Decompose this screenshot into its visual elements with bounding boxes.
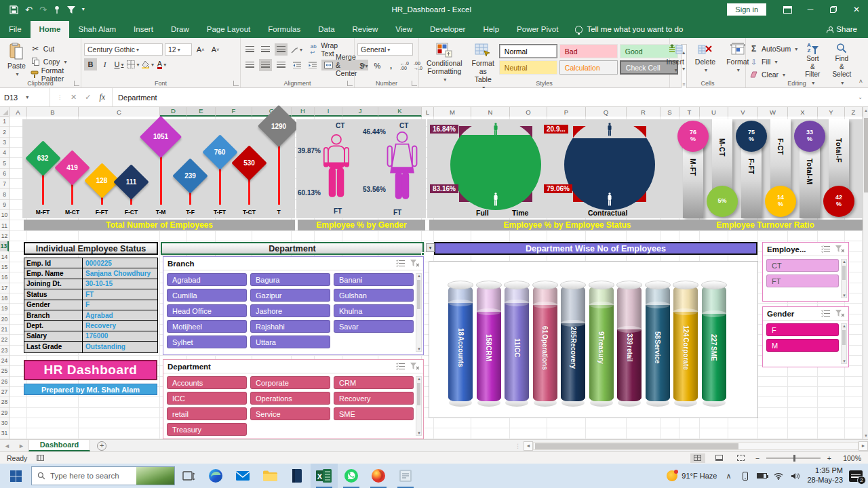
row-header-7[interactable]: 7 [0, 179, 9, 189]
slicer-item-head-office[interactable]: Head Office [167, 304, 247, 317]
taskbar-icon-whatsapp[interactable] [338, 464, 365, 488]
slicer-scrollbar[interactable]: ▲▼ [841, 323, 847, 364]
fill-handle[interactable] [421, 252, 425, 256]
name-box[interactable]: D13 [0, 88, 50, 106]
sign-in-button[interactable]: Sign in [727, 3, 766, 16]
scroll-up-icon[interactable]: ▲ [863, 108, 868, 113]
column-header-T[interactable]: T [679, 107, 700, 117]
slicer-scrollbar[interactable]: ▲▼ [841, 259, 847, 298]
decrease-font-icon[interactable]: A˅ [209, 43, 222, 56]
slicer-item-crm[interactable]: CRM [334, 376, 414, 389]
insert-cells-button[interactable]: Insert [662, 41, 689, 78]
taskbar-icon-explorer[interactable] [256, 464, 283, 488]
row-header-13[interactable]: 13 [0, 241, 9, 251]
insert-function-icon[interactable]: fx [99, 92, 105, 102]
column-header-P[interactable]: P [547, 107, 586, 117]
weather-widget[interactable]: 91°F Haze [667, 470, 717, 481]
row-header-9[interactable]: 9 [0, 200, 9, 210]
column-header-E[interactable]: E [187, 107, 216, 117]
column-header-D[interactable]: D [160, 107, 187, 117]
column-header-R[interactable]: R [627, 107, 660, 117]
align-top-icon[interactable] [243, 43, 256, 56]
fill-color-button[interactable] [141, 58, 154, 70]
clear-filter-icon[interactable] [410, 260, 419, 267]
slicer-item-agrabad[interactable]: Agrabad [167, 273, 247, 286]
font-color-button[interactable]: A [155, 58, 168, 70]
department-slicer[interactable]: DepartmentAccountsCorporateCRMICCOperati… [163, 359, 424, 439]
zoom-in-icon[interactable]: + [827, 454, 831, 462]
slicer-item-khulna[interactable]: Khulna [334, 304, 414, 317]
align-center-icon[interactable] [259, 59, 272, 71]
slicer-item-corporate[interactable]: Corporate [250, 376, 330, 389]
minimize-button[interactable]: ─ [799, 0, 822, 19]
clock-widget[interactable]: 1:35 PM28-May-23 [807, 466, 843, 485]
comma-style-icon[interactable]: , [384, 60, 397, 72]
slicer-item-retail[interactable]: retail [167, 407, 247, 420]
column-header-W[interactable]: W [758, 107, 788, 117]
row-header-12[interactable]: 12 [0, 231, 9, 241]
font-name-combo[interactable]: Century Gothic [84, 43, 163, 56]
taskbar-icon-notes[interactable] [392, 464, 419, 488]
filter-icon[interactable] [67, 6, 75, 14]
column-header-I[interactable]: I [315, 107, 342, 117]
scroll-left-icon[interactable]: ◄ [524, 441, 533, 451]
pin-icon[interactable] [54, 5, 60, 14]
taskbar-icon-taskview[interactable] [175, 464, 202, 488]
maximize-button[interactable] [822, 0, 845, 19]
tab-insert[interactable]: Insert [125, 21, 162, 38]
cell-style-neutral[interactable]: Neutral [499, 60, 557, 75]
autosum-button[interactable]: ΣAutoSum [749, 43, 797, 54]
slicer-item-ft[interactable]: FT [766, 274, 839, 287]
row-header-10[interactable]: 10 [0, 210, 9, 220]
copy-button[interactable]: Copy [31, 56, 78, 67]
customize-qat-icon[interactable]: ▾ [82, 7, 85, 12]
new-sheet-button[interactable]: + [97, 441, 106, 451]
status-chart[interactable]: 16.84% 83.16% Full Time 20.9... 79.06% C… [427, 119, 668, 218]
row-header-30[interactable]: 30 [0, 418, 9, 428]
clear-filter-icon[interactable] [835, 310, 844, 317]
taskbar-icon-firefox[interactable] [365, 464, 392, 488]
turnover-chart[interactable]: 76%M-FT5%M-CT75%F-FT14%F-CT33%Total-M42%… [668, 119, 863, 218]
page-layout-view-icon[interactable] [712, 453, 727, 463]
undo-icon[interactable]: ↶ [25, 5, 33, 14]
row-header-18[interactable]: 18 [0, 293, 9, 304]
gender-slicer[interactable]: GenderFM▲▼ [762, 306, 849, 367]
clipboard-dialog-launcher[interactable] [74, 81, 79, 86]
row-header-19[interactable]: 19 [0, 304, 9, 314]
clear-button[interactable]: Clear [749, 69, 797, 80]
slicer-item-recovery[interactable]: Recovery [334, 392, 414, 405]
row-header-27[interactable]: 27 [0, 387, 9, 397]
column-header-U[interactable]: U [700, 107, 728, 117]
zoom-out-icon[interactable]: − [755, 454, 760, 462]
row-header-31[interactable]: 31 [0, 428, 9, 439]
close-button[interactable]: ✕ [845, 0, 868, 19]
row-header-26[interactable]: 26 [0, 377, 9, 387]
column-header-Q[interactable]: Q [586, 107, 627, 117]
slicer-scrollbar[interactable]: ▲▼ [416, 376, 422, 436]
align-middle-icon[interactable] [259, 43, 272, 56]
wifi-icon[interactable] [773, 471, 784, 481]
row-header-8[interactable]: 8 [0, 189, 9, 199]
normal-view-icon[interactable] [690, 453, 705, 463]
row-header-2[interactable]: 2 [0, 127, 9, 137]
clear-filter-icon[interactable] [835, 245, 844, 253]
column-header-O[interactable]: O [510, 107, 547, 117]
row-header-16[interactable]: 16 [0, 272, 9, 283]
tab-file[interactable]: File [0, 21, 31, 38]
tab-splitter[interactable]: ⋮ [515, 443, 521, 449]
row-header-25[interactable]: 25 [0, 366, 9, 376]
orientation-icon[interactable] [290, 43, 303, 56]
slicer-item-m[interactable]: M [766, 339, 839, 352]
slicer-item-bagura[interactable]: Bagura [250, 273, 330, 286]
bold-button[interactable]: B [84, 58, 97, 70]
row-header-14[interactable]: 14 [0, 251, 9, 262]
prev-sheet-icon[interactable]: ◄ [0, 443, 14, 449]
number-dialog-launcher[interactable] [412, 81, 417, 86]
notification-center-icon[interactable]: 2 [849, 470, 863, 482]
slicer-item-gazipur[interactable]: Gazipur [250, 289, 330, 302]
cell-style-bad[interactable]: Bad [559, 44, 618, 58]
column-header-S[interactable]: S [660, 107, 679, 117]
scroll-right-icon[interactable]: ► [859, 441, 868, 451]
zoom-level[interactable]: 100% [838, 454, 861, 462]
column-header-J[interactable]: J [342, 107, 378, 117]
